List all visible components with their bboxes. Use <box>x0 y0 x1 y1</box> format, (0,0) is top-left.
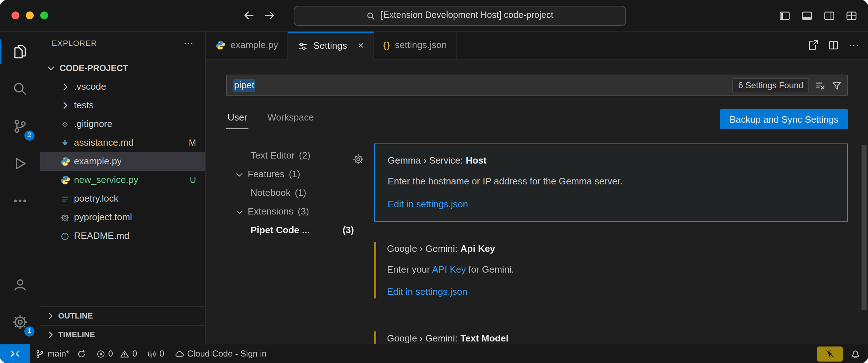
tree-item-example-py[interactable]: example.py <box>40 152 205 171</box>
setting-title: Google › Gemini:Api Key <box>387 243 835 255</box>
zoom-window-button[interactable] <box>40 11 48 19</box>
clear-filters-button[interactable] <box>815 80 826 91</box>
toc-item-features[interactable]: Features (1) <box>226 165 367 184</box>
toc-count: (1) <box>295 187 306 199</box>
tree-item-label: new_service.py <box>74 174 138 186</box>
toggle-primary-sidebar-button[interactable] <box>779 10 790 21</box>
sidebar-item-accounts[interactable] <box>0 266 40 303</box>
settings-search-input[interactable]: pipet 6 Settings Found <box>226 75 848 96</box>
api-key-link[interactable]: API Key <box>432 264 466 275</box>
minimize-window-button[interactable] <box>26 11 34 19</box>
explorer-more-actions-button[interactable]: ⋯ <box>183 38 194 50</box>
markdown-icon <box>60 138 74 147</box>
edit-in-settings-json-link[interactable]: Edit in settings.json <box>388 198 468 210</box>
tree-item-gitignore[interactable]: .gitignore <box>40 115 205 133</box>
settings-badge: 1 <box>24 326 35 337</box>
source-control-badge: 2 <box>24 130 35 141</box>
section-label: OUTLINE <box>58 311 93 321</box>
toc-label: Extensions <box>248 206 293 218</box>
sidebar-item-source-control[interactable]: 2 <box>0 108 40 145</box>
warning-count: 0 <box>132 348 137 359</box>
tree-item-readme-md[interactable]: README.md <box>40 227 205 245</box>
tab-workspace[interactable]: Workspace <box>266 109 316 129</box>
toc-item-pipet-code[interactable]: Pipet Code ... (3) <box>226 221 367 240</box>
chevron-right-icon <box>60 100 74 110</box>
git-icon <box>60 119 74 129</box>
cloud-code-label: Cloud Code - Sign in <box>187 348 267 359</box>
sidebar-item-settings[interactable]: 1 <box>0 303 40 341</box>
setting-gemma-service-host[interactable]: Gemma › Service:Host Enter the hostname … <box>374 143 848 222</box>
tab-example-py[interactable]: example.py <box>206 32 288 59</box>
tree-item-label: pyproject.toml <box>74 212 132 223</box>
setting-description: Enter your API Key for Gemini. <box>387 264 835 276</box>
tree-item-vscode[interactable]: .vscode <box>40 77 205 96</box>
title-bar: [Extension Development Host] code-projec… <box>0 0 868 32</box>
error-count: 0 <box>108 348 113 359</box>
chevron-right-icon <box>60 82 74 92</box>
backup-sync-settings-button[interactable]: Backup and Sync Settings <box>720 109 848 129</box>
tab-settings[interactable]: Settings × <box>288 32 374 59</box>
toc-label: Notebook <box>251 187 290 199</box>
toc-label: Text Editor <box>251 150 295 162</box>
open-settings-json-button[interactable] <box>807 39 818 51</box>
ellipsis-icon <box>12 193 28 209</box>
forward-button[interactable] <box>263 9 276 22</box>
sidebar-item-run-debug[interactable] <box>0 145 40 182</box>
list-icon <box>60 194 74 203</box>
tree-item-code-project[interactable]: CODE-PROJECT <box>40 59 205 77</box>
tree-item-poetry-lock[interactable]: poetry.lock <box>40 189 205 208</box>
editor-actions: ⋯ <box>807 32 868 59</box>
file-tree: CODE-PROJECT .vscode tests .gitignore as… <box>40 56 205 306</box>
tab-settings-json[interactable]: {} settings.json <box>374 32 457 59</box>
section-timeline[interactable]: TIMELINE <box>40 325 205 344</box>
scrollbar[interactable] <box>862 145 867 310</box>
toc-item-text-editor[interactable]: Text Editor (2) <box>226 146 367 165</box>
gear-icon <box>60 213 74 222</box>
notifications-bell-icon[interactable] <box>850 348 861 359</box>
edit-in-settings-json-link[interactable]: Edit in settings.json <box>387 287 467 298</box>
tree-item-new-service-py[interactable]: new_service.py U <box>40 171 205 189</box>
problems-status-item[interactable]: 0 0 <box>91 344 142 363</box>
chevron-right-icon <box>46 330 55 339</box>
sidebar-item-search[interactable] <box>0 70 40 108</box>
cloud-code-status-item[interactable]: Cloud Code - Sign in <box>169 344 272 363</box>
close-window-button[interactable] <box>11 11 19 19</box>
tree-item-assistance-md[interactable]: assistance.md M <box>40 133 205 152</box>
branch-name: main* <box>47 348 69 359</box>
branch-status-item[interactable]: main* <box>30 344 91 363</box>
remote-indicator[interactable] <box>0 344 30 363</box>
editor-more-actions-button[interactable]: ⋯ <box>849 38 859 52</box>
error-icon <box>96 349 105 358</box>
sidebar-item-explorer[interactable] <box>0 33 40 70</box>
toc-count: (1) <box>289 169 300 180</box>
python-icon <box>60 175 74 185</box>
filter-button[interactable] <box>831 80 842 91</box>
manage-gear-icon[interactable] <box>353 154 364 165</box>
history-nav <box>243 0 276 31</box>
tab-user[interactable]: User <box>226 109 249 129</box>
search-icon <box>12 81 28 97</box>
setting-google-gemini-api-key[interactable]: Google › Gemini:Api Key Enter your API K… <box>374 235 848 307</box>
tree-item-label: README.md <box>74 230 130 242</box>
command-center[interactable]: [Extension Development Host] code-projec… <box>294 6 626 26</box>
toc-label: Features <box>248 169 285 180</box>
tree-item-tests[interactable]: tests <box>40 96 205 115</box>
broadcast-status-item[interactable]: 0 <box>142 344 169 363</box>
split-editor-button[interactable] <box>828 39 839 51</box>
toc-item-notebook[interactable]: Notebook (1) <box>226 184 367 202</box>
setting-google-gemini-text-model[interactable]: Google › Gemini:Text Model <box>374 324 848 344</box>
back-button[interactable] <box>243 9 255 22</box>
chevron-down-icon <box>235 170 248 179</box>
toc-item-extensions[interactable]: Extensions (3) <box>226 202 367 221</box>
toggle-panel-button[interactable] <box>801 10 813 21</box>
info-icon <box>60 231 74 241</box>
customize-layout-button[interactable] <box>846 10 857 21</box>
sidebar-item-more-views[interactable] <box>0 182 40 220</box>
toggle-secondary-sidebar-button[interactable] <box>823 10 835 21</box>
close-tab-button[interactable]: × <box>358 40 364 52</box>
highlighted-status-item[interactable] <box>817 346 843 361</box>
section-outline[interactable]: OUTLINE <box>40 306 205 325</box>
tab-label: example.py <box>230 39 278 51</box>
tree-item-pyproject-toml[interactable]: pyproject.toml <box>40 208 205 227</box>
toc-count: (2) <box>299 150 311 162</box>
